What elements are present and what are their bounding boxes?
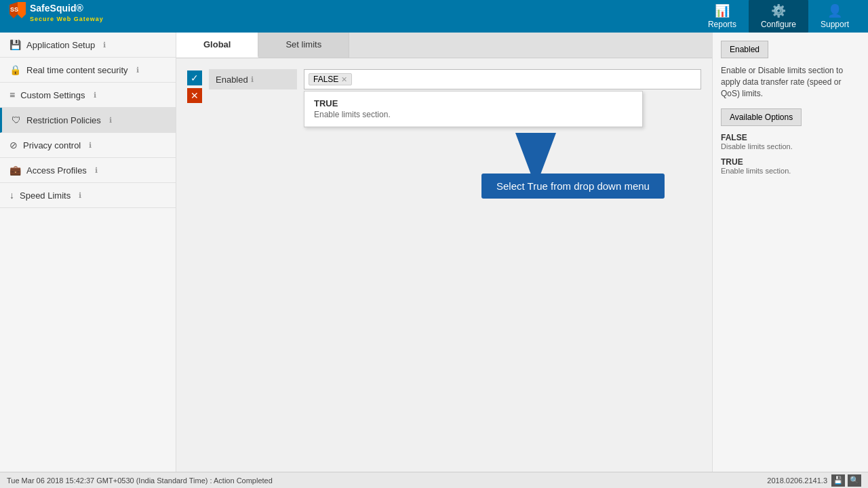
nav-reports[interactable]: 📊 Reports	[696, 0, 749, 33]
field-label: Enabled ℹ	[209, 69, 297, 89]
nav-configure-label: Configure	[761, 20, 796, 29]
right-panel: Enabled Enable or Disable limits section…	[712, 33, 868, 472]
callout-box: Select True from drop down menu	[481, 174, 665, 199]
sidebar-item-label: Application Setup	[26, 40, 95, 50]
sidebar-item-real-time-content-security[interactable]: 🔒 Real time content security ℹ	[0, 58, 176, 83]
header-nav: 📊 Reports ⚙️ Configure 👤 Support	[696, 0, 861, 33]
header: SS SafeSquid® Secure Web Gateway 📊 Repor…	[0, 0, 868, 33]
privacy-icon: ⊘	[9, 140, 18, 150]
speed-icon: ↓	[9, 190, 14, 201]
real-time-icon: 🔒	[9, 64, 21, 75]
panel-option-true: TRUE Enable limits section.	[721, 157, 860, 175]
configure-icon: ⚙️	[771, 3, 786, 18]
restriction-icon: 🛡	[12, 115, 21, 125]
tag-remove-icon[interactable]: ✕	[341, 75, 347, 84]
row-actions: ✓ ✕	[187, 70, 202, 103]
logo-svg: SS SafeSquid® Secure Web Gateway	[7, 1, 112, 29]
custom-settings-icon: ≡	[9, 89, 15, 100]
enabled-button[interactable]: Enabled	[721, 41, 768, 58]
statusbar-icons: 💾 🔍	[831, 474, 861, 487]
help-icon-5: ℹ	[95, 166, 98, 175]
help-icon-1: ℹ	[136, 66, 139, 75]
sidebar-item-label: Access Profiles	[26, 165, 87, 176]
panel-description: Enable or Disable limits section to appl…	[721, 65, 860, 99]
tab-set-limits[interactable]: Set limits	[258, 33, 349, 58]
sidebar-item-label: Speed Limits	[20, 190, 71, 201]
save-status-icon[interactable]: 💾	[831, 474, 845, 487]
main-content: Global Set limits ✓ ✕ Enabled ℹ	[176, 33, 712, 472]
tab-global[interactable]: Global	[176, 33, 258, 58]
access-icon: 💼	[9, 165, 21, 176]
help-icon-4: ℹ	[89, 141, 92, 150]
confirm-button[interactable]: ✓	[187, 70, 202, 85]
sidebar-item-label: Custom Settings	[20, 90, 85, 100]
sidebar-item-application-setup[interactable]: 💾 Application Setup ℹ	[0, 33, 176, 58]
tabs-bar: Global Set limits	[176, 33, 712, 58]
sidebar-item-label: Restriction Policies	[26, 115, 101, 125]
nav-configure[interactable]: ⚙️ Configure	[749, 0, 808, 33]
sidebar-item-access-profiles[interactable]: 💼 Access Profiles ℹ	[0, 158, 176, 183]
main-layout: 💾 Application Setup ℹ 🔒 Real time conten…	[0, 33, 868, 472]
logo-area: SS SafeSquid® Secure Web Gateway	[7, 1, 112, 33]
select-box[interactable]: FALSE ✕	[304, 69, 701, 89]
sidebar-item-speed-limits[interactable]: ↓ Speed Limits ℹ	[0, 183, 176, 208]
statusbar: Tue Mar 06 2018 15:42:37 GMT+0530 (India…	[0, 472, 868, 488]
logo: SS SafeSquid® Secure Web Gateway	[7, 1, 112, 33]
shield-shape	[18, 2, 26, 18]
help-icon-3: ℹ	[109, 116, 112, 125]
support-icon: 👤	[827, 3, 842, 18]
panel-option-false: FALSE Disable limits section.	[721, 133, 860, 150]
logo-ss: SS	[10, 6, 18, 13]
statusbar-right: 2018.0206.2141.3 💾 🔍	[767, 474, 861, 487]
form-row: ✓ ✕ Enabled ℹ FALSE ✕	[187, 69, 701, 103]
sidebar-item-restriction-policies[interactable]: 🛡 Restriction Policies ℹ	[0, 108, 176, 133]
sidebar-item-custom-settings[interactable]: ≡ Custom Settings ℹ	[0, 83, 176, 108]
application-setup-icon: 💾	[9, 39, 21, 50]
available-options-button[interactable]: Available Options	[721, 108, 802, 126]
logo-name-text: SafeSquid®	[30, 3, 83, 14]
sidebar-item-label: Privacy control	[23, 140, 81, 150]
version-text: 2018.0206.2141.3	[767, 476, 827, 485]
sidebar-item-label: Real time content security	[26, 65, 128, 75]
nav-support-label: Support	[821, 20, 849, 29]
content-area: ✓ ✕ Enabled ℹ FALSE ✕	[176, 58, 712, 472]
dropdown-menu: TRUE Enable limits section.	[304, 91, 643, 127]
sidebar: 💾 Application Setup ℹ 🔒 Real time conten…	[0, 33, 176, 472]
current-tag: FALSE ✕	[309, 73, 352, 85]
cancel-row-button[interactable]: ✕	[187, 88, 202, 103]
dropdown-item-true[interactable]: TRUE Enable limits section.	[304, 92, 642, 127]
status-text: Tue Mar 06 2018 15:42:37 GMT+0530 (India…	[7, 476, 273, 485]
field-help-icon: ℹ	[251, 75, 254, 84]
field-value: FALSE ✕ TRUE Enable limits section.	[304, 69, 701, 89]
callout-container: Select True from drop down menu	[502, 133, 583, 196]
help-icon-2: ℹ	[94, 91, 96, 100]
search-status-icon[interactable]: 🔍	[848, 474, 861, 487]
nav-support[interactable]: 👤 Support	[808, 0, 861, 33]
reports-icon: 📊	[715, 3, 730, 18]
sidebar-item-privacy-control[interactable]: ⊘ Privacy control ℹ	[0, 133, 176, 158]
help-icon-0: ℹ	[103, 41, 106, 49]
help-icon-6: ℹ	[79, 191, 81, 200]
nav-reports-label: Reports	[708, 20, 736, 29]
logo-tagline: Secure Web Gateway	[30, 16, 104, 22]
